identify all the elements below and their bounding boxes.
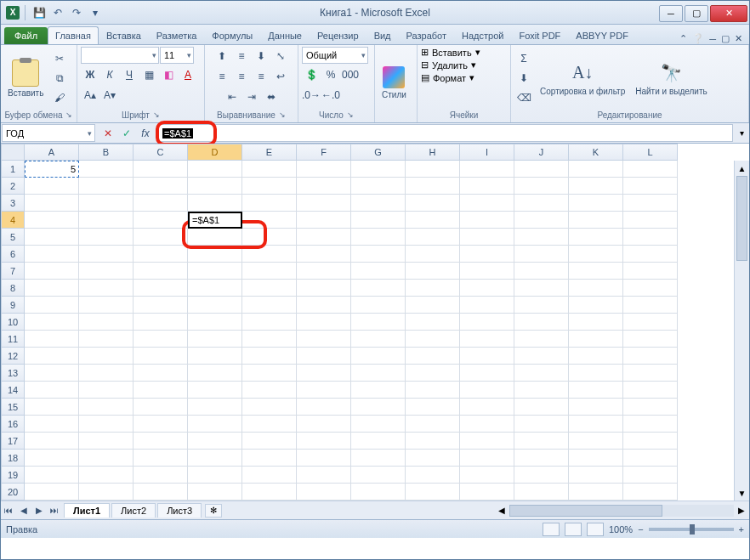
cell[interactable] [406,416,460,433]
cell[interactable] [514,450,569,467]
cell[interactable] [188,399,242,416]
cell[interactable] [79,365,134,382]
sheet-nav-next[interactable]: ▶ [31,503,47,518]
underline-button[interactable]: Ч [120,65,139,84]
cell[interactable] [460,263,514,280]
clear-button[interactable]: ⌫ [514,88,533,107]
cell[interactable] [623,314,678,331]
row-header[interactable]: 13 [1,365,25,382]
align-right-button[interactable]: ≡ [252,67,270,86]
cell[interactable] [406,314,460,331]
cell[interactable] [406,467,460,484]
cell[interactable] [406,297,460,314]
cell[interactable] [25,246,79,263]
cell[interactable] [460,433,514,450]
cell[interactable] [460,246,514,263]
maximize-button[interactable]: ▢ [685,5,708,22]
cell[interactable] [406,263,460,280]
cell[interactable] [460,280,514,297]
cell[interactable] [569,365,623,382]
row-header[interactable]: 3 [1,195,25,212]
cell[interactable] [79,399,134,416]
fill-button[interactable]: ⬇ [514,69,533,88]
cell[interactable] [297,161,351,178]
border-button[interactable]: ▦ [139,65,158,84]
cell[interactable] [134,467,188,484]
wrap-text-button[interactable]: ↩ [271,67,290,86]
cell[interactable] [188,365,242,382]
cell[interactable] [569,382,623,399]
sheet-tab-3[interactable]: Лист3 [157,503,202,518]
cell[interactable] [25,467,79,484]
row-header[interactable]: 5 [1,229,25,246]
cell[interactable] [569,178,623,195]
cell[interactable] [242,297,297,314]
cell[interactable] [79,212,134,229]
cell[interactable] [460,416,514,433]
cell[interactable] [460,450,514,467]
cell[interactable] [188,246,242,263]
row-header[interactable]: 6 [1,246,25,263]
cell[interactable] [460,178,514,195]
cell[interactable] [569,416,623,433]
col-header-E[interactable]: E [242,144,297,161]
cell[interactable] [79,331,134,348]
cell[interactable] [79,416,134,433]
cell[interactable] [297,178,351,195]
cell[interactable] [569,433,623,450]
mdi-minimize-icon[interactable]: ─ [709,34,716,44]
cell[interactable] [79,467,134,484]
cell[interactable] [297,365,351,382]
styles-button[interactable]: Стили [378,65,410,101]
cell[interactable] [514,433,569,450]
cell[interactable] [514,484,569,501]
cell[interactable] [351,433,406,450]
col-header-D[interactable]: D [188,144,242,161]
cell[interactable] [351,263,406,280]
cell[interactable] [569,484,623,501]
cell[interactable] [514,416,569,433]
hscroll-thumb[interactable] [509,505,662,517]
sheet-nav-first[interactable]: ⏮ [1,503,16,518]
cell[interactable] [351,416,406,433]
cell[interactable] [514,348,569,365]
cell[interactable] [297,433,351,450]
tab-layout[interactable]: Разметка [149,26,205,44]
cell[interactable] [514,399,569,416]
decrease-font-button[interactable]: A▾ [100,86,119,105]
cell[interactable] [79,161,134,178]
minimize-button[interactable]: ─ [659,5,683,22]
scroll-down-button[interactable]: ▼ [735,485,749,501]
cell[interactable] [406,212,460,229]
clipboard-launcher[interactable]: ↘ [65,110,72,120]
file-tab[interactable]: Файл [4,27,48,44]
cell[interactable] [188,433,242,450]
cell[interactable] [406,450,460,467]
font-launcher[interactable]: ↘ [153,110,160,120]
cell[interactable] [623,331,678,348]
ribbon-minimize-icon[interactable]: ⌃ [679,33,687,44]
cell[interactable] [242,399,297,416]
row-header[interactable]: 20 [1,484,25,501]
cell[interactable] [623,348,678,365]
cancel-formula-button[interactable]: ✕ [99,125,116,142]
tab-review[interactable]: Рецензир [310,26,366,44]
cell[interactable] [623,433,678,450]
align-middle-button[interactable]: ≡ [232,47,251,65]
row-header[interactable]: 14 [1,382,25,399]
number-format-combo[interactable]: Общий [302,47,368,64]
cell[interactable] [460,212,514,229]
cell[interactable] [79,433,134,450]
cell[interactable] [242,229,297,246]
col-header-G[interactable]: G [351,144,406,161]
cell[interactable] [351,297,406,314]
cell[interactable] [188,331,242,348]
qat-customize[interactable]: ▾ [87,4,104,21]
cell[interactable] [460,229,514,246]
cell[interactable] [242,246,297,263]
cell[interactable] [351,331,406,348]
cell[interactable] [514,178,569,195]
cell[interactable] [25,433,79,450]
number-launcher[interactable]: ↘ [347,110,354,120]
cell[interactable] [460,161,514,178]
